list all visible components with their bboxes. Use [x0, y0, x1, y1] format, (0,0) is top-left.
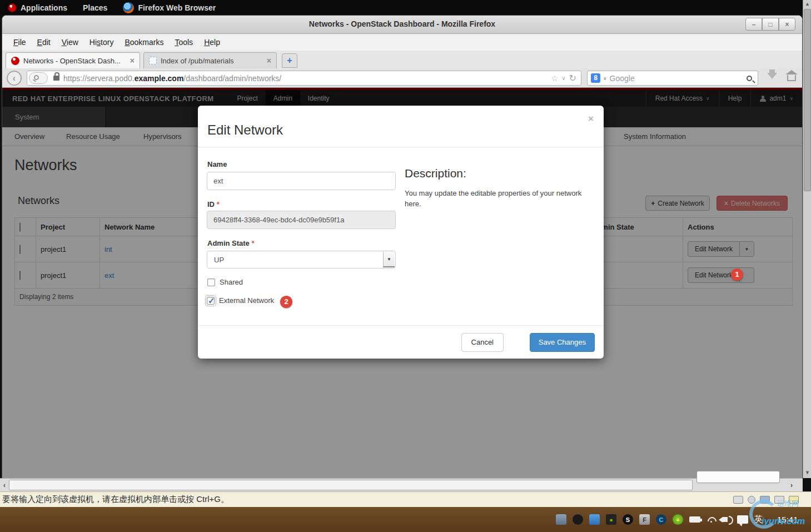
horizontal-scroll-thumb[interactable]	[9, 480, 693, 490]
id-label: ID *	[207, 200, 220, 208]
window-title: Networks - OpenStack Dashboard - Mozilla…	[2, 19, 802, 28]
ime-indicator[interactable]: 英	[754, 514, 763, 525]
volume-icon[interactable]	[723, 517, 728, 522]
tab-label: Networks - OpenStack Dash...	[23, 57, 126, 65]
annotation-badge-1: 1	[731, 269, 743, 281]
bookmark-star-icon[interactable]: ☆	[551, 74, 559, 83]
description-title: Description:	[405, 167, 466, 180]
host-taskbar: ● S F C + 英 15:41	[0, 507, 811, 532]
home-icon[interactable]	[787, 75, 796, 81]
chevron-down-icon[interactable]: ∨	[561, 75, 565, 81]
modal-title: Edit Network	[207, 122, 283, 138]
name-label: Name	[207, 160, 227, 168]
firefox-app-menu[interactable]: Firefox Web Browser	[115, 0, 223, 15]
chat-icon[interactable]	[737, 515, 748, 524]
edit-network-modal: Edit Network × Name ID * Admin State * U…	[198, 106, 604, 359]
menu-view[interactable]: View	[56, 36, 84, 49]
blank-favicon	[149, 57, 157, 64]
lock-icon	[53, 76, 59, 81]
redhat-favicon	[11, 57, 19, 65]
google-icon[interactable]: 8	[591, 73, 600, 83]
tab-materials[interactable]: Index of /pub/materials ×	[143, 52, 277, 68]
qq-icon[interactable]	[573, 514, 583, 525]
maximize-button[interactable]: □	[762, 18, 779, 31]
places-label: Places	[83, 3, 107, 12]
shared-checkbox[interactable]	[207, 279, 215, 286]
close-button[interactable]: ×	[779, 18, 795, 31]
url-text: https://servera.pod0.example.com/dashboa…	[63, 74, 281, 83]
menu-history[interactable]: History	[84, 36, 120, 49]
menu-edit[interactable]: Edit	[32, 36, 56, 49]
downloads-icon[interactable]	[767, 73, 777, 79]
cancel-button[interactable]: Cancel	[461, 333, 504, 352]
globe-icon[interactable]	[748, 496, 755, 504]
vmware-tray-icon[interactable]	[556, 514, 566, 525]
menu-bookmarks[interactable]: Bookmarks	[119, 36, 169, 49]
safety-plus-icon[interactable]: +	[673, 514, 683, 525]
monitor-icon[interactable]	[733, 496, 743, 504]
fkey-icon[interactable]: F	[639, 514, 650, 525]
scroll-left-icon[interactable]: ‹	[0, 479, 9, 492]
firefox-label: Firefox Web Browser	[138, 3, 216, 12]
select-dropdown-icon[interactable]: ▼	[383, 252, 395, 267]
scroll-up-icon[interactable]: ▲	[803, 0, 811, 8]
window-icon[interactable]	[774, 496, 784, 504]
browser-menubar: File Edit View History Bookmarks Tools H…	[2, 34, 802, 51]
vm-screen-icon[interactable]	[760, 496, 770, 504]
nvidia-icon[interactable]: ●	[606, 514, 616, 525]
gnome-top-bar: Applications Places Firefox Web Browser	[0, 0, 811, 15]
search-icon[interactable]	[747, 76, 752, 81]
applications-label: Applications	[21, 3, 67, 12]
scroll-down-icon[interactable]: ▼	[803, 469, 811, 477]
tab-networks[interactable]: Networks - OpenStack Dash... ×	[6, 52, 140, 68]
new-tab-button[interactable]: +	[282, 53, 297, 68]
menu-tools[interactable]: Tools	[169, 36, 198, 49]
url-bar[interactable]: https://servera.pod0.example.com/dashboa…	[27, 71, 581, 86]
background-window-fragment	[696, 471, 780, 483]
cloud-icon[interactable]: C	[656, 514, 666, 525]
vertical-scrollbar[interactable]: ▲ ▼	[803, 0, 811, 478]
window-titlebar[interactable]: Networks - OpenStack Dashboard - Mozilla…	[2, 16, 802, 34]
tab-close-icon[interactable]: ×	[130, 56, 135, 65]
save-changes-button[interactable]: Save Changes	[530, 333, 595, 352]
files-icon[interactable]	[589, 514, 600, 525]
shared-checkbox-row: Shared	[207, 278, 243, 286]
scroll-right-icon[interactable]: ›	[787, 479, 796, 492]
search-box[interactable]: 8 ∨ Google	[587, 71, 758, 86]
browser-navbar: ‹ https://servera.pod0.example.com/dashb…	[2, 68, 802, 88]
modal-footer: Cancel Save Changes	[198, 325, 604, 359]
modal-close-icon[interactable]: ×	[588, 113, 594, 125]
name-input[interactable]	[207, 172, 396, 190]
places-menu[interactable]: Places	[75, 0, 115, 15]
external-network-checkbox[interactable]: ✓	[207, 297, 215, 305]
window-controls: – □ ×	[745, 18, 795, 31]
applications-menu[interactable]: Applications	[0, 0, 75, 15]
notes-icon[interactable]	[789, 496, 799, 504]
admin-state-label: Admin State *	[207, 239, 255, 247]
description-text: You may update the editable properties o…	[405, 188, 590, 209]
minimize-button[interactable]: –	[745, 18, 762, 31]
reload-icon[interactable]: ↻	[569, 73, 576, 83]
tab-close-icon[interactable]: ×	[267, 56, 271, 65]
required-asterisk: *	[217, 200, 220, 208]
search-placeholder: Google	[610, 74, 744, 83]
modal-header: Edit Network ×	[198, 106, 604, 147]
vmware-hint-text: 要将输入定向到该虚拟机，请在虚拟机内部单击或按 Ctrl+G。	[0, 494, 229, 505]
browser-tabbar: Networks - OpenStack Dash... × Index of …	[2, 51, 802, 68]
back-button[interactable]: ‹	[7, 71, 22, 86]
menu-help[interactable]: Help	[198, 36, 226, 49]
admin-state-select[interactable]: UP ▼	[207, 251, 396, 269]
tab-label: Index of /pub/materials	[161, 57, 263, 65]
shared-label: Shared	[220, 278, 243, 286]
horizontal-scrollbar[interactable]: ‹ ›	[0, 478, 803, 491]
search-engine-chevron-icon[interactable]: ∨	[603, 76, 607, 81]
vertical-scroll-thumb[interactable]	[804, 9, 811, 191]
spinner-icon[interactable]: S	[623, 514, 633, 525]
urlbar-buttons: ☆ ∨ ↻	[551, 73, 581, 83]
taskbar-clock[interactable]: 15:41	[777, 515, 798, 524]
menu-file[interactable]: File	[8, 36, 32, 49]
wifi-icon[interactable]	[706, 516, 717, 524]
battery-icon[interactable]	[689, 516, 700, 523]
site-identity-icon[interactable]	[29, 72, 48, 84]
screen: Applications Places Firefox Web Browser …	[0, 0, 811, 532]
